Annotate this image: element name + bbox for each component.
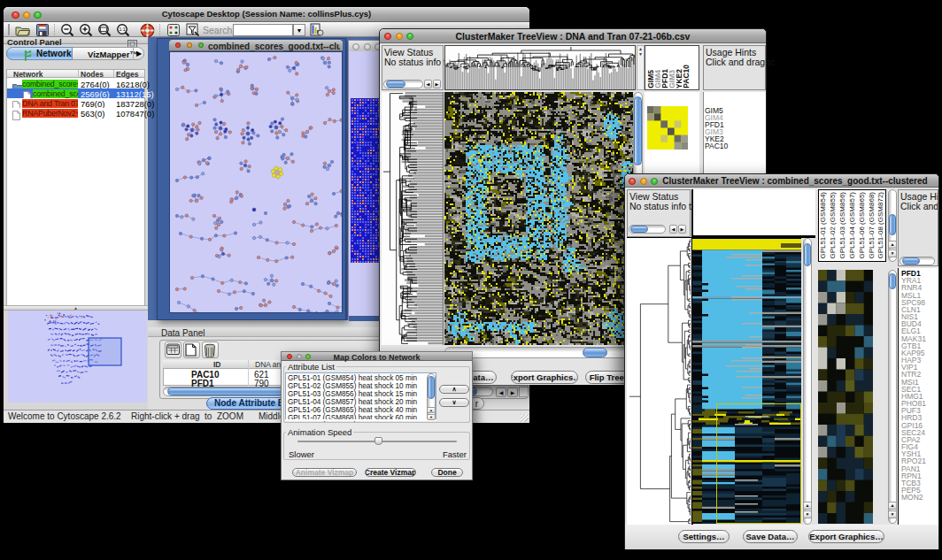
svg-text:1:1: 1:1 bbox=[120, 27, 126, 32]
